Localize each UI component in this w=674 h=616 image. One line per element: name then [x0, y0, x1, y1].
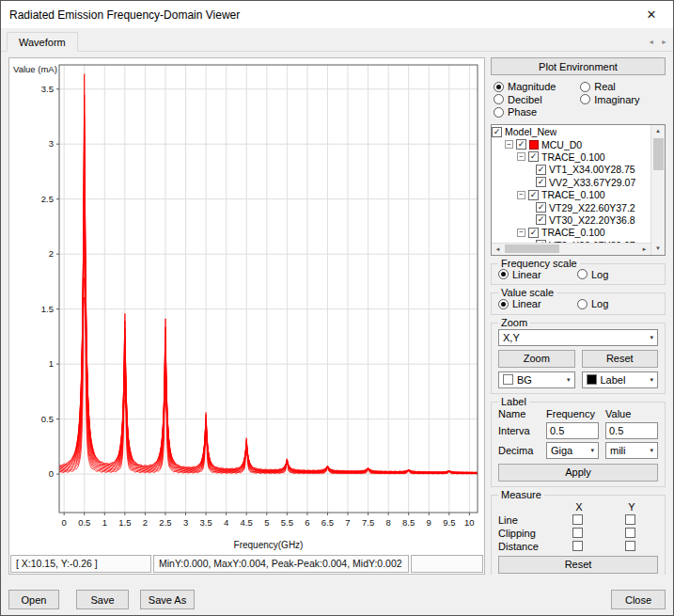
cursor-position-readout: [ X:10.15, Y:-0.26 ] — [10, 555, 151, 573]
scroll-down-icon[interactable]: ▼ — [651, 243, 665, 255]
tree-item-label: VT30_X22.20Y36.8 — [549, 214, 635, 226]
frequency-scale-options: LinearLog — [498, 269, 658, 281]
zoom-reset-button[interactable]: Reset — [582, 350, 659, 368]
frequency-scale-linear[interactable]: Linear — [498, 269, 577, 281]
display-mode-decibel[interactable]: Decibel — [494, 94, 580, 106]
radio-icon — [580, 94, 590, 104]
svg-text:5.5: 5.5 — [281, 517, 293, 528]
zoom-group: Zoom X,Y ▾ Zoom Reset BG ▾ — [491, 323, 666, 394]
svg-text:Value (mA): Value (mA) — [13, 64, 57, 74]
close-button[interactable]: Close — [611, 590, 666, 609]
svg-text:0: 0 — [49, 468, 54, 479]
tree-item[interactable]: ✓VT30_X22.20Y36.8 — [492, 213, 650, 226]
tab-scroll-controls: ◄ ► — [648, 39, 667, 51]
status-bar-filler — [411, 555, 483, 573]
scrollbar-track — [651, 170, 665, 243]
apply-button[interactable]: Apply — [498, 464, 658, 482]
open-button[interactable]: Open — [8, 590, 59, 609]
measure-clipping-y-checkbox[interactable] — [625, 528, 635, 538]
label-color-label: Label — [601, 374, 626, 386]
tree-item[interactable]: −✓TRACE_0.100 — [492, 227, 650, 239]
measure-reset-button[interactable]: Reset — [498, 556, 658, 574]
measure-line-x-checkbox[interactable] — [572, 514, 583, 525]
tree-item-checkbox[interactable]: ✓ — [536, 165, 546, 175]
svg-text:6: 6 — [305, 517, 309, 528]
chevron-down-icon: ▾ — [563, 376, 571, 384]
zoom-mode-select[interactable]: X,Y ▾ — [498, 329, 658, 346]
collapse-icon[interactable]: − — [505, 140, 513, 149]
tree-item-checkbox[interactable]: ✓ — [536, 177, 546, 187]
save-as-button[interactable]: Save As — [140, 590, 195, 609]
tree-item-checkbox[interactable]: ✓ — [492, 127, 502, 137]
measure-distance-y-checkbox[interactable] — [625, 541, 635, 551]
scroll-up-icon[interactable]: ▲ — [651, 125, 665, 137]
display-mode-magnitude[interactable]: Magnitude — [494, 81, 580, 93]
tree-item-checkbox[interactable]: ✓ — [516, 139, 526, 150]
tab-bar: Waveform ◄ ► — [1, 28, 673, 52]
zoom-button[interactable]: Zoom — [498, 350, 575, 368]
radio-icon — [580, 82, 590, 92]
tab-scroll-right-icon[interactable]: ► — [661, 39, 667, 45]
tree-item[interactable]: ✓VT1_X34.00Y28.75 — [492, 164, 650, 176]
measure-line-y-checkbox[interactable] — [625, 514, 635, 525]
value-scale-linear[interactable]: Linear — [498, 298, 577, 310]
collapse-icon[interactable]: − — [517, 229, 525, 237]
tree-item[interactable]: −✓TRACE_0.100 — [492, 188, 650, 200]
plot-environment-button[interactable]: Plot Environment — [491, 57, 666, 75]
tree-item-checkbox[interactable]: ✓ — [528, 151, 539, 162]
scroll-left-icon[interactable]: ◄ — [492, 244, 504, 255]
frequency-domain-chart[interactable]: 00.511.522.533.544.555.566.577.588.599.5… — [10, 59, 485, 554]
tree-item-checkbox[interactable]: ✓ — [536, 214, 546, 225]
tree-horizontal-scrollbar[interactable]: ◄ ► — [492, 243, 650, 255]
radio-label: Linear — [512, 298, 541, 309]
tree-item[interactable]: −✓MCU_D0 — [492, 138, 650, 150]
decimal-frequency-value: Giga — [551, 445, 572, 456]
tree-item[interactable]: −✓TRACE_0.100 — [492, 150, 650, 163]
svg-text:6.5: 6.5 — [321, 517, 334, 528]
svg-text:5: 5 — [264, 517, 269, 528]
interval-frequency-input[interactable] — [546, 422, 599, 439]
tab-waveform[interactable]: Waveform — [7, 32, 78, 52]
close-window-button[interactable]: ✕ — [630, 1, 673, 28]
tree-item-checkbox[interactable]: ✓ — [528, 228, 539, 238]
tree-vertical-scrollbar[interactable]: ▲ ▼ — [650, 125, 665, 255]
chevron-down-icon: ▾ — [587, 447, 594, 454]
radio-label: Imaginary — [594, 94, 639, 105]
decimal-frequency-select[interactable]: Giga ▾ — [546, 442, 599, 459]
decimal-value-value: mili — [610, 445, 626, 456]
save-button[interactable]: Save — [76, 590, 129, 609]
window-title: Radiated Emission Frequency-Domain Viewe… — [9, 8, 240, 22]
measure-clipping-x-checkbox[interactable] — [572, 528, 583, 538]
radio-label: Decibel — [508, 94, 542, 105]
tree-item[interactable]: ✓VV2_X33.67Y29.07 — [492, 176, 650, 188]
display-mode-real[interactable]: Real — [580, 81, 663, 93]
radio-label: Linear — [512, 269, 541, 280]
tree-item-label: TRACE_0.100 — [541, 227, 605, 238]
zoom-group-title: Zoom — [498, 317, 530, 328]
tree-item[interactable]: ✓Model_New — [492, 126, 650, 138]
tree-item-checkbox[interactable]: ✓ — [536, 202, 546, 213]
value-scale-log[interactable]: Log — [577, 298, 608, 310]
display-mode-imaginary[interactable]: Imaginary — [580, 94, 663, 106]
horizontal-scrollbar-thumb[interactable] — [505, 245, 559, 253]
measure-distance-x-checkbox[interactable] — [572, 541, 583, 551]
tree-item[interactable]: ✓VT29_X22.60Y37.2 — [492, 201, 650, 213]
radio-label: Real — [594, 81, 616, 92]
svg-text:2.5: 2.5 — [41, 194, 54, 204]
display-mode-phase[interactable]: Phase — [494, 106, 580, 118]
interval-value-input[interactable] — [605, 422, 658, 439]
measure-options: XYLineClippingDistance — [498, 501, 658, 552]
vertical-scrollbar-thumb[interactable] — [653, 138, 664, 170]
collapse-icon[interactable]: − — [517, 191, 525, 199]
display-mode-radio-group: MagnitudeRealDecibelImaginaryPhase — [491, 81, 666, 118]
tree-item-checkbox[interactable]: ✓ — [528, 190, 539, 200]
bg-color-select[interactable]: BG ▾ — [498, 371, 575, 388]
frequency-scale-log[interactable]: Log — [577, 269, 608, 281]
radio-icon — [494, 107, 504, 118]
component-color-icon — [529, 140, 539, 150]
label-color-select[interactable]: Label ▾ — [582, 371, 659, 388]
scroll-right-icon[interactable]: ► — [638, 244, 650, 255]
tab-scroll-left-icon[interactable]: ◄ — [648, 39, 654, 45]
decimal-value-select[interactable]: mili ▾ — [605, 442, 658, 459]
collapse-icon[interactable]: − — [517, 152, 525, 161]
